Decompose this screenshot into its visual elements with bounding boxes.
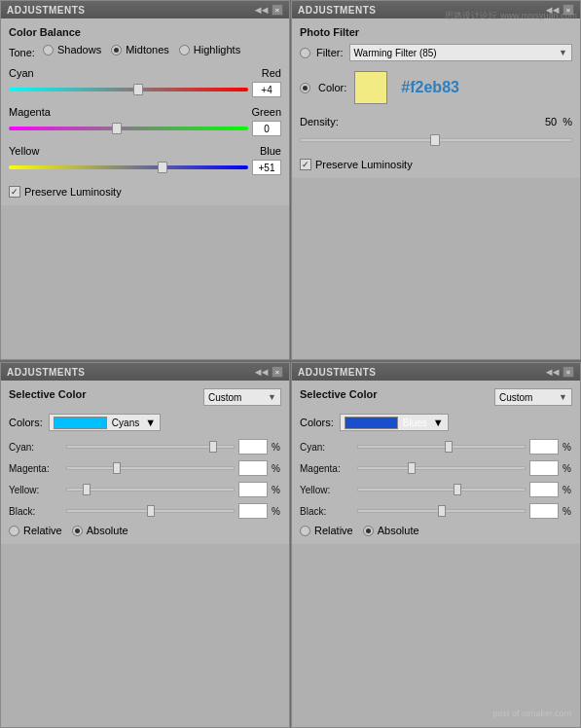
sc-cyans-black-thumb[interactable]	[147, 505, 155, 517]
collapse-icon-tl[interactable]: ◀◀	[255, 6, 268, 15]
sc-blues-yellow-percent: %	[563, 485, 572, 495]
tone-highlights[interactable]: Highlights	[179, 44, 240, 55]
yellow-blue-labels: Yellow Blue	[9, 145, 281, 157]
sc-cyans-yellow-percent: %	[272, 485, 281, 495]
yellow-blue-thumb[interactable]	[158, 162, 167, 173]
sc-cyans-yellow-track	[66, 488, 235, 491]
sc-cyans-yellow-row: Yellow: -73 %	[9, 482, 281, 497]
photo-filter-header-title: ADJUSTMENTS	[298, 5, 377, 16]
sc-cyans-yellow-thumb[interactable]	[83, 484, 91, 495]
sc-blues-yellow-value[interactable]: +17	[529, 482, 559, 497]
sc-blues-black-label: Black:	[300, 506, 353, 517]
density-unit: %	[563, 116, 572, 127]
sc-cyans-yellow-label: Yellow:	[9, 485, 62, 495]
radio-midtones[interactable]	[111, 45, 122, 55]
sc-blues-preset-select[interactable]: Custom ▼	[494, 388, 572, 406]
sc-cyans-color-select[interactable]: Cyans ▼	[49, 414, 161, 431]
radio-shadows[interactable]	[43, 45, 54, 55]
sc-blues-color-select[interactable]: Blues ▼	[340, 414, 449, 431]
magenta-label: Magenta	[9, 106, 51, 118]
collapse-icon-bl[interactable]: ◀◀	[255, 368, 268, 377]
sc-cyans-yellow-track-container	[66, 482, 235, 497]
density-thumb[interactable]	[430, 134, 440, 146]
radio-blues-absolute[interactable]	[363, 526, 374, 536]
close-btn-br[interactable]: ×	[563, 366, 574, 378]
sc-blues-magenta-row: Magenta: -21 %	[300, 460, 572, 476]
filter-select[interactable]: Warming Filter (85) ▼	[349, 44, 573, 61]
filter-dropdown-arrow: ▼	[559, 48, 567, 57]
sc-cyans-colors-label: Colors:	[9, 417, 43, 428]
tone-shadows[interactable]: Shadows	[43, 44, 101, 55]
sc-blues-cyan-track-container	[357, 439, 526, 455]
sc-blues-black-value[interactable]: 0	[529, 503, 559, 519]
sc-blues-cyan-percent: %	[563, 442, 572, 453]
sc-blues-magenta-thumb[interactable]	[408, 462, 416, 474]
photo-filter-panel: ADJUSTMENTS ◀◀ × Photo Filter Filter: Wa…	[291, 0, 581, 360]
sc-blues-colors-label: Colors:	[300, 417, 334, 428]
close-btn-tl[interactable]: ×	[272, 4, 283, 16]
radio-color[interactable]	[300, 83, 310, 93]
radio-filter[interactable]	[300, 48, 310, 58]
sc-cyans-black-value[interactable]: 0	[238, 503, 268, 519]
sc-blues-cyan-thumb[interactable]	[445, 441, 453, 453]
sc-cyans-header: ADJUSTMENTS ◀◀ ×	[1, 363, 289, 381]
sc-blues-cyan-value[interactable]: +9	[529, 439, 559, 455]
sc-cyans-mode-row: Relative Absolute	[9, 525, 281, 536]
sc-blues-mode-row: Relative Absolute	[300, 525, 572, 536]
color-swatch[interactable]	[354, 71, 387, 104]
sc-blues-dropdown-arrow: ▼	[559, 392, 567, 402]
sc-blues-colors-row: Colors: Blues ▼	[300, 414, 572, 431]
sc-cyans-black-track-container	[66, 503, 235, 519]
sc-cyans-absolute-label: Absolute	[87, 525, 128, 536]
sc-blues-relative[interactable]: Relative	[300, 525, 353, 536]
sc-blues-absolute[interactable]: Absolute	[363, 525, 419, 536]
radio-highlights[interactable]	[179, 45, 190, 55]
density-value: 50	[545, 116, 557, 127]
preserve-luminosity-check[interactable]: ✓	[9, 186, 20, 198]
pf-preserve-luminosity-check[interactable]: ✓	[300, 159, 311, 170]
sc-cyans-title: Selective Color	[9, 388, 86, 400]
sc-blues-relative-label: Relative	[314, 525, 353, 536]
photo-filter-title: Photo Filter	[300, 26, 572, 38]
sc-cyans-cyan-value[interactable]: +93	[238, 439, 268, 455]
selective-color-cyans-panel: ADJUSTMENTS ◀◀ × Selective Color Custom …	[0, 362, 290, 728]
sc-cyans-absolute[interactable]: Absolute	[72, 525, 128, 536]
sc-blues-magenta-track-container	[357, 460, 526, 476]
watermark-bottom: post of uimaker.com	[492, 709, 571, 718]
sc-blues-yellow-track	[357, 488, 526, 491]
green-label: Green	[251, 106, 281, 118]
radio-cyans-relative[interactable]	[9, 526, 19, 536]
sc-cyans-relative[interactable]: Relative	[9, 525, 62, 536]
sc-blues-color-dropdown-arrow: ▼	[433, 417, 444, 428]
sc-cyans-yellow-value[interactable]: -73	[238, 482, 268, 497]
cyan-red-thumb[interactable]	[133, 84, 143, 95]
color-label: Color:	[318, 82, 346, 93]
sc-cyans-cyan-row: Cyan: +93 %	[9, 439, 281, 455]
sc-cyans-magenta-value[interactable]: -24	[238, 460, 268, 476]
radio-cyans-absolute[interactable]	[72, 526, 83, 536]
collapse-icon-br[interactable]: ◀◀	[546, 368, 559, 377]
sc-cyans-preset-select[interactable]: Custom ▼	[203, 388, 281, 406]
tone-midtones[interactable]: Midtones	[111, 44, 169, 55]
sc-blues-cyan-row: Cyan: +9 %	[300, 439, 572, 455]
sc-cyans-cyan-thumb[interactable]	[209, 441, 217, 453]
sc-blues-black-percent: %	[563, 506, 572, 517]
sc-cyans-magenta-thumb[interactable]	[113, 462, 121, 474]
sc-blues-cyan-label: Cyan:	[300, 442, 353, 453]
close-btn-bl[interactable]: ×	[272, 366, 283, 378]
sc-cyans-black-label: Black:	[9, 506, 62, 517]
cyan-label: Cyan	[9, 67, 34, 79]
radio-blues-relative[interactable]	[300, 526, 310, 536]
sc-cyans-magenta-track	[66, 466, 235, 470]
sc-blues-magenta-value[interactable]: -21	[529, 460, 559, 476]
sc-blues-magenta-percent: %	[563, 463, 572, 474]
cyan-red-track	[9, 88, 248, 91]
sc-blues-black-row: Black: 0 %	[300, 503, 572, 519]
magenta-green-thumb[interactable]	[112, 123, 122, 134]
color-balance-body: Color Balance Tone: Shadows Midtones Hig…	[1, 18, 289, 205]
sc-blues-black-thumb[interactable]	[438, 505, 446, 517]
cyan-red-value: +4	[252, 82, 281, 97]
selective-color-blues-panel: ADJUSTMENTS ◀◀ × Selective Color Custom …	[291, 362, 581, 728]
yellow-label: Yellow	[9, 145, 39, 157]
sc-blues-yellow-thumb[interactable]	[454, 484, 461, 495]
